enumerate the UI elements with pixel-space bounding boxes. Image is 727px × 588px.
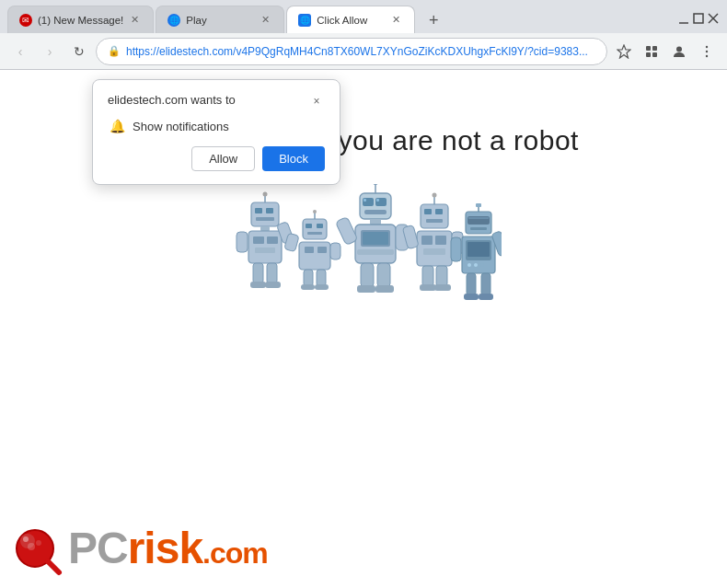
svg-rect-7 (646, 52, 651, 57)
popup-title: elidestech.com wants to (108, 93, 236, 107)
page-content: elidestech.com wants to × 🔔 Show notific… (0, 70, 727, 587)
kebab-menu-icon (699, 44, 714, 59)
svg-rect-42 (317, 270, 326, 286)
svg-rect-36 (299, 242, 330, 270)
svg-point-35 (313, 210, 317, 213)
svg-rect-13 (251, 202, 279, 226)
svg-point-102 (28, 543, 35, 550)
svg-rect-20 (248, 231, 282, 263)
svg-rect-57 (357, 249, 394, 255)
svg-rect-65 (424, 209, 432, 214)
toolbar: ‹ › ↻ 🔒 https://elidestech.com/v4P9QgRqM… (0, 33, 727, 70)
svg-rect-97 (479, 294, 493, 300)
svg-rect-81 (467, 216, 490, 225)
window-controls (677, 12, 720, 25)
svg-rect-24 (237, 232, 248, 252)
svg-rect-38 (317, 247, 327, 253)
svg-rect-95 (481, 273, 490, 295)
svg-rect-30 (303, 219, 327, 239)
svg-rect-63 (375, 285, 394, 293)
svg-rect-49 (376, 199, 379, 202)
svg-rect-53 (370, 219, 381, 225)
svg-rect-44 (315, 284, 329, 290)
tab2-close[interactable]: ✕ (258, 13, 272, 28)
svg-point-11 (706, 50, 708, 52)
tab-new-message[interactable]: ✉ (1) New Message! ✕ (7, 6, 154, 33)
pcrisk-logo-icon (9, 519, 68, 578)
svg-marker-4 (617, 45, 630, 58)
svg-rect-41 (304, 270, 313, 286)
svg-rect-6 (652, 46, 657, 51)
svg-rect-62 (357, 285, 375, 293)
permission-text: Show notifications (133, 120, 229, 133)
svg-rect-96 (464, 294, 479, 300)
new-tab-button[interactable]: + (421, 7, 446, 33)
svg-rect-64 (421, 204, 448, 228)
popup-header: elidestech.com wants to × (108, 93, 325, 110)
robots-illustration (225, 184, 502, 304)
extension-button[interactable] (639, 39, 664, 64)
notification-popup: elidestech.com wants to × 🔔 Show notific… (92, 79, 340, 185)
profile-button[interactable] (666, 39, 692, 64)
extension-icon (644, 44, 659, 59)
tab3-title: Click Allow (317, 15, 385, 26)
block-button[interactable]: Block (262, 146, 325, 171)
svg-rect-23 (255, 248, 275, 253)
svg-rect-88 (467, 242, 490, 257)
tab-click-allow[interactable]: 🌐 Click Allow ✕ (286, 6, 415, 33)
svg-rect-78 (420, 284, 436, 291)
svg-rect-28 (250, 282, 266, 288)
minimize-icon (677, 12, 690, 25)
close-icon[interactable] (707, 12, 720, 25)
tab1-title: (1) New Message! (38, 15, 123, 26)
svg-rect-61 (377, 263, 390, 287)
bell-icon: 🔔 (110, 119, 125, 133)
tab1-close[interactable]: ✕ (127, 13, 142, 28)
pcrisk-logo: PCrisk.com (9, 519, 268, 578)
svg-rect-94 (467, 273, 476, 295)
svg-point-91 (480, 263, 484, 267)
svg-rect-48 (364, 199, 366, 202)
svg-rect-83 (470, 227, 487, 230)
menu-button[interactable] (694, 39, 720, 64)
pcrisk-orange-text: risk (128, 524, 202, 572)
robots-svg (225, 184, 502, 304)
popup-buttons: Allow Block (108, 146, 325, 171)
svg-point-90 (474, 263, 478, 267)
svg-rect-33 (307, 232, 322, 235)
svg-rect-71 (421, 236, 433, 245)
tab2-favicon: 🌐 (167, 14, 180, 27)
svg-rect-76 (422, 266, 433, 286)
svg-point-18 (263, 192, 268, 197)
svg-rect-15 (266, 208, 273, 213)
tab2-title: Play (186, 15, 254, 26)
svg-rect-8 (652, 52, 657, 57)
popup-close-button[interactable]: × (308, 93, 325, 110)
svg-rect-77 (436, 266, 447, 286)
back-button[interactable]: ‹ (7, 39, 33, 64)
svg-rect-22 (267, 236, 278, 244)
svg-rect-92 (451, 237, 461, 261)
url-text: https://elidestech.com/v4P9QgRqMH4Cn8TX6… (126, 45, 595, 58)
bookmark-star-button[interactable] (611, 39, 637, 64)
svg-rect-37 (305, 247, 314, 253)
svg-line-101 (48, 561, 59, 572)
toolbar-actions (611, 39, 720, 64)
svg-rect-85 (476, 203, 481, 207)
forward-button[interactable]: › (37, 39, 63, 64)
allow-button[interactable]: Allow (191, 146, 255, 171)
tabs-area: ✉ (1) New Message! ✕ 🌐 Play ✕ 🌐 Click Al… (7, 4, 670, 33)
svg-rect-32 (317, 224, 323, 228)
maximize-icon (692, 12, 705, 25)
address-bar[interactable]: 🔒 https://elidestech.com/v4P9QgRqMH4Cn8T… (96, 38, 607, 65)
svg-point-89 (467, 263, 471, 267)
tab-play[interactable]: 🌐 Play ✕ (156, 6, 284, 33)
svg-rect-79 (434, 284, 451, 291)
tab3-close[interactable]: ✕ (388, 13, 403, 28)
svg-rect-43 (301, 284, 315, 290)
svg-rect-31 (306, 224, 312, 228)
svg-rect-58 (335, 216, 358, 245)
refresh-button[interactable]: ↻ (66, 39, 92, 64)
svg-point-103 (36, 540, 41, 546)
pcrisk-tld: .com (202, 536, 268, 570)
